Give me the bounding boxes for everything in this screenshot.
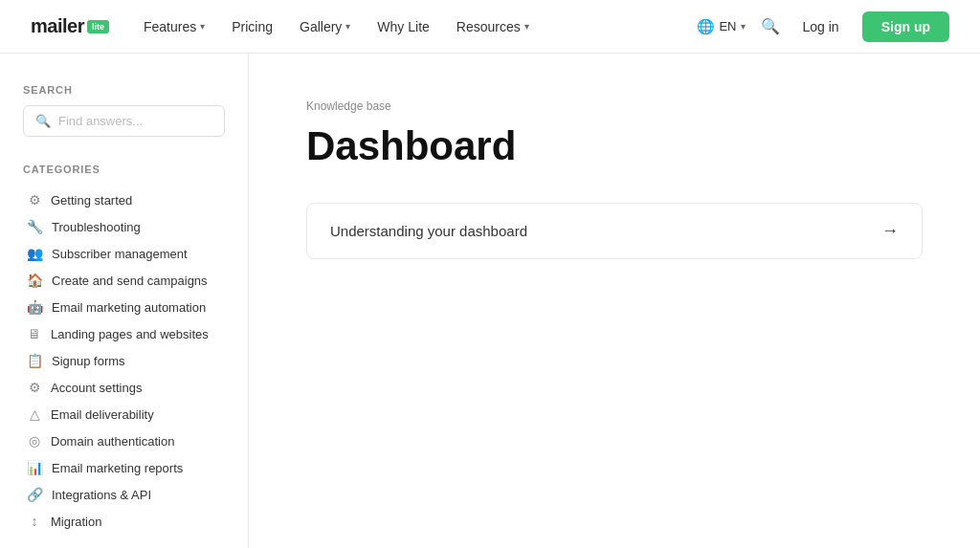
cat-icon: △ (27, 406, 42, 422)
page-title: Dashboard (306, 124, 923, 168)
category-label: Migration (51, 515, 101, 529)
article-link-understanding-dashboard[interactable]: Understanding your dashboard → (306, 203, 923, 259)
cat-icon: ⚙ (27, 380, 42, 395)
cat-icon: ⚙ (27, 192, 42, 208)
category-label: Account settings (51, 381, 142, 395)
sidebar-item-landing-pages[interactable]: 🖥Landing pages and websites (23, 320, 225, 347)
signup-button[interactable]: Sign up (862, 11, 949, 42)
sidebar-item-create-send-campaigns[interactable]: 🏠Create and send campaigns (23, 267, 225, 294)
category-label: Getting started (51, 193, 132, 208)
logo-badge: lite (87, 20, 109, 33)
sidebar-item-integrations-api[interactable]: 🔗Integrations & API (23, 481, 225, 508)
logo[interactable]: mailerlite (31, 15, 109, 37)
cat-icon: ↕ (27, 514, 42, 529)
category-label: Domain authentication (51, 434, 174, 449)
search-icon: 🔍 (35, 114, 51, 128)
cat-icon: 🤖 (27, 299, 43, 315)
sidebar-item-email-marketing-automation[interactable]: 🤖Email marketing automation (23, 294, 225, 320)
arrow-right-icon: → (881, 221, 899, 241)
navbar: mailerlite Features ▾ Pricing Gallery ▾ … (0, 0, 980, 54)
nav-item-gallery[interactable]: Gallery ▾ (300, 19, 350, 34)
language-selector[interactable]: 🌐 EN ▾ (697, 18, 745, 35)
cat-icon: 🖥 (27, 326, 42, 341)
chevron-down-icon: ▾ (524, 21, 529, 32)
nav-links: Features ▾ Pricing Gallery ▾ Why Lite Re… (144, 19, 529, 34)
category-label: Email marketing reports (52, 461, 183, 475)
sidebar-item-subscriber-management[interactable]: 👥Subscriber management (23, 240, 225, 267)
article-link-label: Understanding your dashboard (330, 223, 527, 239)
nav-item-pricing[interactable]: Pricing (232, 19, 273, 34)
search-input[interactable] (58, 114, 212, 128)
sidebar: SEARCH 🔍 CATEGORIES ⚙Getting started🔧Tro… (0, 54, 249, 548)
search-box[interactable]: 🔍 (23, 105, 225, 137)
logo-text: mailer (31, 15, 84, 37)
category-label: Signup forms (52, 354, 125, 368)
sidebar-item-troubleshooting[interactable]: 🔧Troubleshooting (23, 213, 225, 240)
sidebar-item-getting-started[interactable]: ⚙Getting started (23, 186, 225, 213)
sidebar-item-signup-forms[interactable]: 📋Signup forms (23, 347, 225, 374)
chevron-down-icon: ▾ (741, 21, 746, 32)
sidebar-item-migration[interactable]: ↕Migration (23, 508, 225, 535)
cat-icon: 🔧 (27, 219, 43, 234)
cat-icon: 📊 (27, 460, 43, 475)
category-label: Create and send campaigns (52, 274, 208, 288)
login-button[interactable]: Log in (795, 19, 847, 34)
cat-icon: 📋 (27, 353, 43, 368)
chevron-down-icon: ▾ (345, 21, 350, 32)
nav-item-features[interactable]: Features ▾ (144, 19, 205, 34)
page-layout: SEARCH 🔍 CATEGORIES ⚙Getting started🔧Tro… (0, 54, 980, 548)
search-button[interactable]: 🔍 (761, 17, 780, 35)
sidebar-item-account-settings[interactable]: ⚙Account settings (23, 374, 225, 401)
categories-label: CATEGORIES (23, 164, 225, 175)
cat-icon: ◎ (27, 433, 42, 449)
category-label: Email deliverability (51, 407, 154, 422)
cat-icon: 👥 (27, 246, 43, 261)
category-list: ⚙Getting started🔧Troubleshooting👥Subscri… (23, 186, 225, 535)
category-label: Subscriber management (52, 247, 188, 261)
category-label: Email marketing automation (52, 300, 206, 315)
category-label: Integrations & API (52, 488, 151, 502)
search-section-label: SEARCH (23, 84, 225, 96)
main-content: Knowledge base Dashboard Understanding y… (249, 54, 980, 548)
navbar-left: mailerlite Features ▾ Pricing Gallery ▾ … (31, 15, 529, 37)
chevron-down-icon: ▾ (200, 21, 205, 32)
category-label: Landing pages and websites (51, 327, 209, 341)
category-label: Troubleshooting (52, 220, 141, 234)
sidebar-item-domain-authentication[interactable]: ◎Domain authentication (23, 427, 225, 454)
sidebar-item-email-deliverability[interactable]: △Email deliverability (23, 401, 225, 427)
cat-icon: 🏠 (27, 273, 43, 288)
nav-item-resources[interactable]: Resources ▾ (457, 19, 529, 34)
sidebar-item-email-reports[interactable]: 📊Email marketing reports (23, 454, 225, 481)
nav-item-why-lite[interactable]: Why Lite (377, 19, 429, 34)
breadcrumb: Knowledge base (306, 99, 923, 113)
cat-icon: 🔗 (27, 487, 43, 502)
globe-icon: 🌐 (697, 18, 715, 35)
navbar-right: 🌐 EN ▾ 🔍 Log in Sign up (697, 11, 949, 42)
